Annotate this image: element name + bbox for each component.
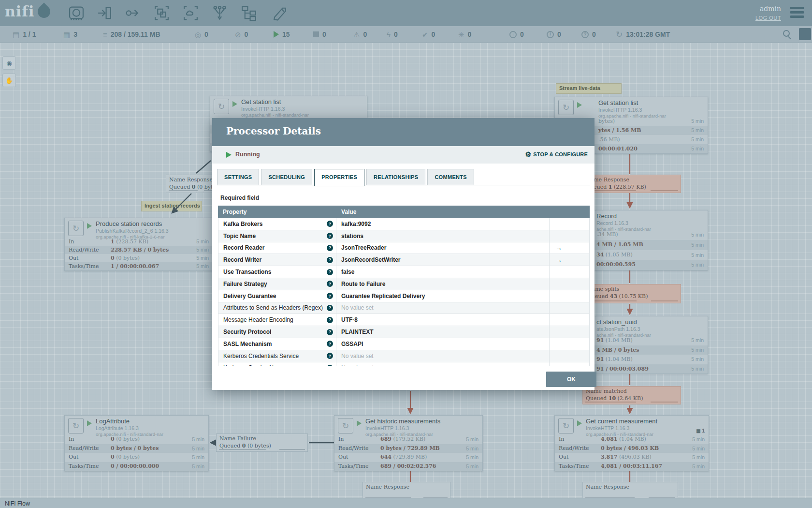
current-user: admin xyxy=(755,5,781,13)
help-icon[interactable]: ? xyxy=(327,245,333,251)
property-value-cell[interactable]: UTF-8 xyxy=(336,314,550,326)
goto-service-icon[interactable]: → xyxy=(555,244,562,252)
property-value-cell[interactable]: GSSAPI xyxy=(336,338,550,350)
search-icon[interactable] xyxy=(783,30,792,39)
funnel-icon[interactable] xyxy=(211,4,229,22)
label-icon[interactable] xyxy=(271,4,289,22)
stat-label: Read/Write xyxy=(559,444,589,453)
tab-scheduling[interactable]: SCHEDULING xyxy=(261,169,312,185)
property-value-cell[interactable]: JsonRecordSetWriter xyxy=(336,254,550,266)
property-value-cell[interactable]: Guarantee Replicated Delivery xyxy=(336,290,550,302)
statusbar-square-button[interactable] xyxy=(799,28,811,40)
tab-relationships[interactable]: RELATIONSHIPS xyxy=(366,169,425,185)
connection-response-bottom-right[interactable]: Name Response xyxy=(582,482,678,498)
tab-comments[interactable]: COMMENTS xyxy=(427,169,474,185)
input-port-icon[interactable] xyxy=(96,4,113,22)
invalid-count: 0 xyxy=(363,30,367,38)
remote-process-group-icon[interactable] xyxy=(182,4,200,22)
stat-value: bytes) xyxy=(598,117,615,126)
template-icon[interactable] xyxy=(240,4,258,22)
help-icon[interactable]: ? xyxy=(327,233,333,239)
help-icon[interactable]: ? xyxy=(327,257,333,263)
help-icon[interactable]: ? xyxy=(327,341,333,347)
property-value-cell[interactable]: kafka:9092 xyxy=(336,218,550,230)
property-value-cell[interactable]: No value set xyxy=(336,302,550,314)
connection-line[interactable] xyxy=(196,161,211,173)
help-icon[interactable]: ? xyxy=(327,221,333,227)
status-transmitting: ◎0 xyxy=(195,26,208,43)
connection-queued: Queued 1 (228.57 KB) xyxy=(586,183,681,191)
goto-service-icon[interactable]: → xyxy=(555,256,562,264)
property-value-cell[interactable]: PLAINTEXT xyxy=(336,326,550,338)
get-current-measurement[interactable]: ↻Get current measurementInvokeHTTP 1.16.… xyxy=(554,415,709,471)
help-icon[interactable]: ? xyxy=(327,353,333,359)
processor-header: ↻Produce station recordsPublishKafkaReco… xyxy=(65,218,213,238)
processor-stat-row: In4,081 (1.04 MB)5 min xyxy=(555,435,709,444)
processor-name: Get current measurement xyxy=(586,418,657,425)
property-actions-cell xyxy=(550,302,589,314)
connection-queued: Queued 43 (10.75 KB) xyxy=(587,293,681,300)
breadcrumb[interactable]: NiFi Flow xyxy=(5,500,30,507)
connection-response-bottom-left[interactable]: Name Response xyxy=(362,482,450,498)
operate-palette-button[interactable]: ✋ xyxy=(2,74,16,87)
label-stream-live-data[interactable]: Stream live-data xyxy=(556,83,622,94)
property-value-cell[interactable]: false xyxy=(336,266,550,278)
tab-settings[interactable]: SETTINGS xyxy=(217,169,259,185)
connection-splits[interactable]: Name splitsQueued 43 (10.75 KB) xyxy=(584,284,681,303)
help-icon[interactable]: ? xyxy=(327,269,333,275)
help-icon[interactable]: ? xyxy=(327,281,333,287)
stat-value-strong: 0 bytes / 496.03 KB xyxy=(601,445,659,451)
logout-link[interactable]: LOG OUT xyxy=(755,15,781,21)
stat-value-strong: 4 MB / 0 bytes xyxy=(596,347,639,353)
global-menu-icon[interactable] xyxy=(790,7,804,20)
connection-failure[interactable]: Name FailureQueued 0 (0 bytes) xyxy=(216,433,308,452)
property-row: SASL Mechanism?GSSAPI xyxy=(218,338,589,350)
status-invalid: ⚠0 xyxy=(353,26,367,43)
ok-button[interactable]: OK xyxy=(546,372,596,387)
navigate-palette-button[interactable]: ◉ xyxy=(2,56,16,70)
help-icon[interactable]: ? xyxy=(327,365,333,366)
help-icon[interactable]: ? xyxy=(327,305,333,311)
stat-label: Tasks/Time xyxy=(69,462,99,471)
processor-icon[interactable] xyxy=(68,4,85,22)
connection-response-right[interactable]: Name ResponseQueued 1 (228.57 KB) xyxy=(582,175,681,193)
property-value-cell[interactable]: stations xyxy=(336,230,550,242)
property-name: Attributes to Send as Headers (Regex) xyxy=(223,304,323,311)
stat-value-strong: 34 xyxy=(596,252,604,258)
processor-stat-row: Read/Write0 bytes / 0 bytes5 min xyxy=(65,444,208,453)
status-not-transmitting: ⊘0 xyxy=(235,26,248,43)
label-ingest-station-records[interactable]: Ingest station records xyxy=(141,201,202,211)
output-port-icon[interactable] xyxy=(124,4,142,22)
backpressure-bar-right xyxy=(651,300,678,301)
stopped-icon xyxy=(313,31,319,37)
produce-station-records[interactable]: ↻Produce station recordsPublishKafkaReco… xyxy=(64,218,213,271)
dialog-title: Processor Details xyxy=(226,125,321,137)
property-actions-cell xyxy=(550,350,589,362)
property-name: Security Protocol xyxy=(223,329,271,335)
connection-matched[interactable]: Name matchedQueued 10 (2.64 KB) xyxy=(582,386,681,404)
log-attribute[interactable]: ↻LogAttributeLogAttribute 1.16.3org.apac… xyxy=(64,415,209,471)
stat-value-strong: 1 / 00:00:00.067 xyxy=(111,263,159,269)
tab-properties[interactable]: PROPERTIES xyxy=(314,169,364,186)
stopped-count: 0 xyxy=(322,30,326,38)
get-historic-measurements[interactable]: ↻Get historic measurementsInvokeHTTP 1.1… xyxy=(334,415,483,471)
run-status-icon xyxy=(357,420,362,426)
stop-and-configure-button[interactable]: ⚙STOP & CONFIGURE xyxy=(525,150,588,158)
property-value-cell[interactable]: No value set xyxy=(336,350,550,362)
property-row: Record Reader?JsonTreeReader→ xyxy=(218,242,589,254)
run-status-icon xyxy=(577,420,582,426)
property-actions-cell xyxy=(550,218,589,230)
property-value-cell[interactable]: JsonTreeReader xyxy=(336,242,550,254)
connection-name: Name Response xyxy=(586,483,678,491)
property-value-cell[interactable]: No value set xyxy=(336,362,550,366)
property-row: Kerberos Credentials Service?No value se… xyxy=(218,350,589,362)
last-refresh-time: 13:01:28 GMT xyxy=(626,30,670,38)
help-icon[interactable]: ? xyxy=(327,329,333,335)
help-icon[interactable]: ? xyxy=(327,293,333,299)
help-icon[interactable]: ? xyxy=(327,317,333,323)
property-value-cell[interactable]: Route to Failure xyxy=(336,278,550,290)
process-group-icon[interactable] xyxy=(153,4,171,22)
stat-value-strong: 4,081 xyxy=(601,436,617,442)
refresh-icon[interactable]: ↻ xyxy=(616,30,623,39)
properties-table-header: Property Value xyxy=(218,206,590,218)
